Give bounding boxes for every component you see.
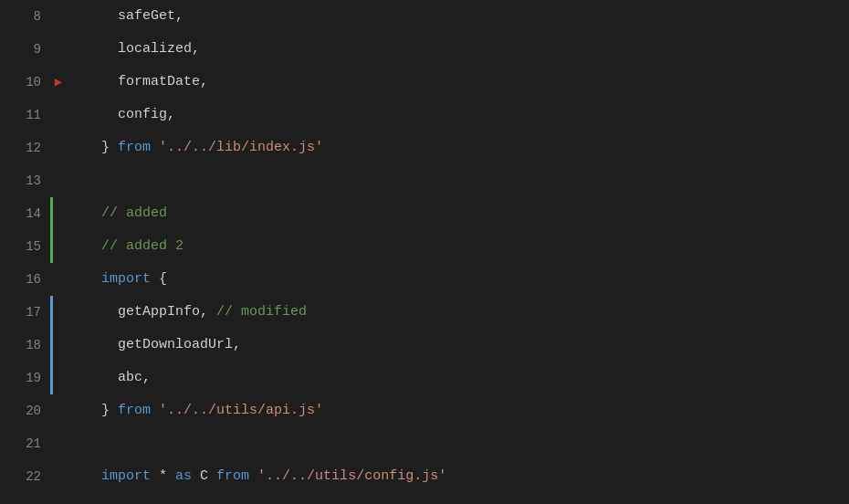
punctuation-token — [151, 131, 159, 164]
line-number: 12 — [0, 131, 41, 164]
keyword-token: from — [118, 131, 151, 164]
indent-token — [85, 460, 101, 493]
comment-token: // modified — [216, 296, 307, 329]
line-number: 18 — [0, 329, 41, 362]
line-number: 15 — [0, 230, 41, 263]
gutter-cell — [50, 329, 67, 362]
gutter: ▶ — [50, 0, 67, 504]
line-number: 8 — [0, 0, 41, 33]
line-number: 11 — [0, 99, 41, 131]
punctuation-token: C — [192, 460, 216, 493]
added-indicator — [50, 197, 53, 230]
code-line: // added 2 — [85, 230, 849, 263]
indent-token — [85, 329, 118, 362]
comment-token: // added — [85, 197, 167, 230]
keyword-token: from — [118, 394, 151, 427]
indent-token — [85, 394, 101, 427]
identifier-token: formatDate, — [118, 66, 208, 99]
identifier-token: abc, — [118, 362, 151, 394]
code-line: formatDate, — [85, 66, 849, 99]
modified-indicator — [50, 362, 53, 394]
line-number: 16 — [0, 263, 41, 296]
line-number: 21 — [0, 427, 41, 460]
line-number: 13 — [0, 164, 41, 197]
gutter-cell — [50, 164, 67, 197]
code-line: config, — [85, 99, 849, 131]
punctuation-token: { — [151, 263, 167, 296]
line-number: 20 — [0, 394, 41, 427]
identifier-token: safeGet, — [118, 0, 183, 33]
code-line — [85, 164, 849, 197]
indent-token — [85, 263, 101, 296]
modified-indicator — [50, 329, 53, 362]
code-line: localized, — [85, 33, 849, 66]
code-line — [85, 427, 849, 460]
code-line: // added — [85, 197, 849, 230]
line-number: 22 — [0, 460, 41, 493]
code-line: } from '../../utils/api.js' — [85, 394, 849, 427]
code-editor: 8910111213141516171819202122 ▶ safeGet, … — [0, 0, 849, 504]
gutter-cell — [50, 197, 67, 230]
identifier-token: getDownloadUrl, — [118, 329, 241, 362]
code-line: getDownloadUrl, — [85, 329, 849, 362]
indent-token — [85, 33, 118, 66]
indent-token — [85, 0, 118, 33]
keyword-token: import — [101, 460, 151, 493]
line-number: 10 — [0, 66, 41, 99]
gutter-cell — [50, 0, 67, 33]
indent-token — [85, 99, 118, 131]
line-number: 17 — [0, 296, 41, 329]
punctuation-token — [249, 460, 257, 493]
line-number: 9 — [0, 33, 41, 66]
gutter-cell — [50, 230, 67, 263]
code-line: import * as C from '../../utils/config.j… — [85, 460, 849, 493]
comment-token: // added 2 — [85, 230, 183, 263]
gutter-cell — [50, 394, 67, 427]
indent-token — [85, 296, 118, 329]
indent-token — [85, 131, 101, 164]
punctuation-token: } — [101, 131, 118, 164]
gutter-cell — [50, 362, 67, 394]
gutter-cell — [50, 460, 67, 493]
gutter-cell — [50, 296, 67, 329]
punctuation-token: } — [101, 394, 118, 427]
code-line: safeGet, — [85, 0, 849, 33]
code-line: abc, — [85, 362, 849, 394]
gutter-cell — [50, 99, 67, 131]
added-indicator — [50, 230, 53, 263]
line-number: 14 — [0, 197, 41, 230]
indent-token — [85, 66, 118, 99]
identifier-token: getAppInfo, — [118, 296, 216, 329]
modified-indicator — [50, 296, 53, 329]
punctuation-token: * — [151, 460, 175, 493]
identifier-token: localized, — [118, 33, 200, 66]
breakpoint-arrow-icon: ▶ — [55, 66, 62, 99]
keyword-token: as — [175, 460, 192, 493]
line-number: 19 — [0, 362, 41, 394]
code-line: getAppInfo, // modified — [85, 296, 849, 329]
line-numbers: 8910111213141516171819202122 — [0, 0, 50, 504]
identifier-token: config, — [118, 99, 175, 131]
string-token: '../../utils/api.js' — [159, 394, 323, 427]
keyword-token: from — [216, 460, 249, 493]
code-content: safeGet, localized, formatDate, config, … — [67, 0, 849, 504]
code-line: } from '../../lib/index.js' — [85, 131, 849, 164]
gutter-cell — [50, 263, 67, 296]
string-token: '../../utils/config.js' — [257, 460, 446, 493]
gutter-cell — [50, 427, 67, 460]
string-token: '../../lib/index.js' — [159, 131, 323, 164]
gutter-cell — [50, 33, 67, 66]
gutter-cell — [50, 131, 67, 164]
gutter-cell: ▶ — [50, 66, 67, 99]
indent-token — [85, 362, 118, 394]
keyword-token: import — [101, 263, 151, 296]
code-line: import { — [85, 263, 849, 296]
punctuation-token — [151, 394, 159, 427]
